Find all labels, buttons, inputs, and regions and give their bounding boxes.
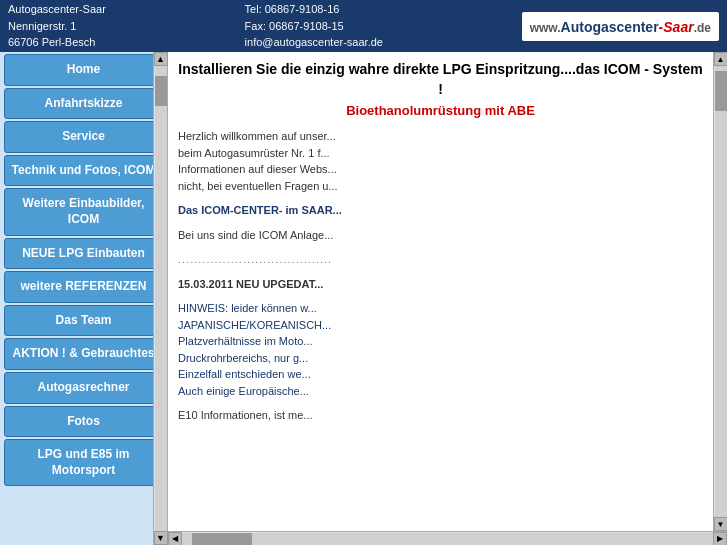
content-wrapper: Installieren Sie die einzig wahre direkt… <box>168 52 727 545</box>
header-address: Autogascenter-Saar Nennigerstr. 1 66706 … <box>8 1 106 51</box>
sidebar-item-lpg-e85[interactable]: LPG und E85 im Motorsport <box>4 439 163 486</box>
body-hinweis: HINWEIS: leider können w... JAPANISCHE/K… <box>178 300 703 399</box>
right-scrollbar: ▲ ▼ <box>713 52 727 531</box>
body-e10: E10 Informationen, ist me... <box>178 407 703 424</box>
header-email: info@autogascenter-saar.de <box>245 34 383 51</box>
company-name: Autogascenter-Saar <box>8 1 106 18</box>
body-para-anlage: Bei uns sind die ICOM Anlage... <box>178 227 703 244</box>
content-right-area: Installieren Sie die einzig wahre direkt… <box>168 52 727 531</box>
sidebar: HomeAnfahrtskizzeServiceTechnik und Foto… <box>0 52 168 545</box>
body-dots: ...................................... <box>178 251 703 268</box>
content-body: Herzlich willkommen auf unser... beim Au… <box>178 128 703 424</box>
address-line1: Nennigerstr. 1 <box>8 18 106 35</box>
nav-scroll-up-button[interactable]: ▲ <box>154 52 168 66</box>
header-fax: Fax: 06867-9108-15 <box>245 18 383 35</box>
header-contact: Tel: 06867-9108-16 Fax: 06867-9108-15 in… <box>245 1 383 51</box>
sidebar-item-aktion[interactable]: AKTION ! & Gebrauchtes <box>4 338 163 370</box>
body-para-1: Herzlich willkommen auf unser... beim Au… <box>178 128 703 194</box>
nav-scroll-down-button[interactable]: ▼ <box>154 531 168 545</box>
page-title: Installieren Sie die einzig wahre direkt… <box>178 60 703 99</box>
nav-scroll-area: HomeAnfahrtskizzeServiceTechnik und Foto… <box>0 52 167 545</box>
header-tel: Tel: 06867-9108-16 <box>245 1 383 18</box>
body-para-icom: Das ICOM-CENTER- im SAAR... <box>178 202 703 219</box>
scroll-up-button[interactable]: ▲ <box>714 52 728 66</box>
sidebar-item-service[interactable]: Service <box>4 121 163 153</box>
sidebar-item-home[interactable]: Home <box>4 54 163 86</box>
sidebar-item-anfahrt[interactable]: Anfahrtskizze <box>4 88 163 120</box>
sidebar-item-das-team[interactable]: Das Team <box>4 305 163 337</box>
scroll-thumb[interactable] <box>715 71 727 111</box>
sidebar-item-technik[interactable]: Technik und Fotos, ICOM <box>4 155 163 187</box>
site-logo: www.Autogascenter-Saar.de <box>522 12 719 41</box>
scroll-down-button[interactable]: ▼ <box>714 517 728 531</box>
header: Autogascenter-Saar Nennigerstr. 1 66706 … <box>0 0 727 52</box>
nav-scroll-thumb[interactable] <box>155 76 167 106</box>
sidebar-item-rechner[interactable]: Autogasrechner <box>4 372 163 404</box>
nav-scroll-track <box>155 66 167 531</box>
scroll-h-thumb[interactable] <box>192 533 252 545</box>
page-subtitle: Bioethanolumrüstung mit ABE <box>178 103 703 118</box>
scroll-right-button[interactable]: ▶ <box>713 532 727 546</box>
nav-scrollbar[interactable]: ▲ ▼ <box>153 52 167 545</box>
scroll-h-track <box>182 533 713 545</box>
sidebar-item-referenzen[interactable]: weitere REFERENZEN <box>4 271 163 303</box>
bottom-scrollbar: ◀ ▶ <box>168 531 727 545</box>
body-date: 15.03.2011 NEU UPGEDAT... <box>178 276 703 293</box>
sidebar-item-einbaubilder[interactable]: Weitere Einbaubilder, ICOM <box>4 188 163 235</box>
sidebar-item-lpg-einbauten[interactable]: NEUE LPG Einbauten <box>4 238 163 270</box>
content-area: Installieren Sie die einzig wahre direkt… <box>168 52 713 531</box>
address-line2: 66706 Perl-Besch <box>8 34 106 51</box>
main-layout: HomeAnfahrtskizzeServiceTechnik und Foto… <box>0 52 727 545</box>
sidebar-item-fotos[interactable]: Fotos <box>4 406 163 438</box>
scroll-track <box>715 66 727 517</box>
scroll-left-button[interactable]: ◀ <box>168 532 182 546</box>
